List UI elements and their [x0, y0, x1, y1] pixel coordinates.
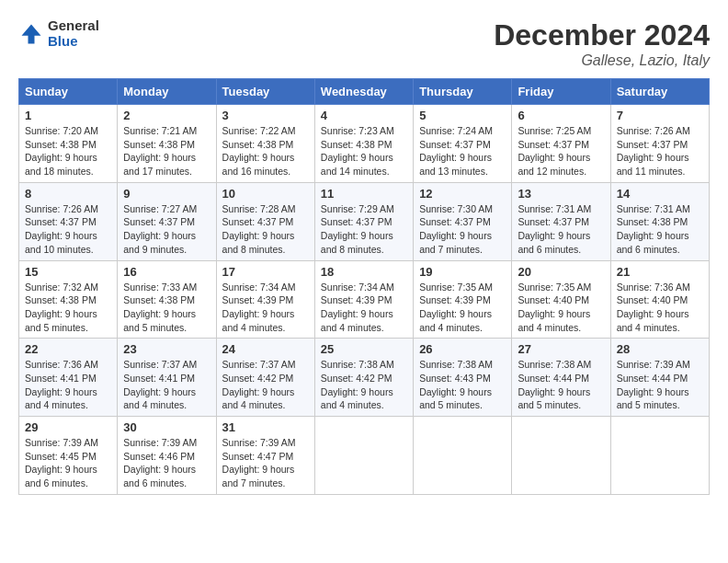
day-info: Sunrise: 7:30 AMSunset: 4:37 PMDaylight:…	[419, 202, 506, 257]
day-number: 20	[518, 265, 604, 279]
day-number: 7	[617, 109, 703, 122]
calendar-cell: 16Sunrise: 7:33 AMSunset: 4:38 PMDayligh…	[118, 260, 216, 339]
title-area: December 2024 Gallese, Lazio, Italy	[494, 18, 710, 69]
day-info: Sunrise: 7:33 AMSunset: 4:38 PMDaylight:…	[123, 281, 210, 335]
day-info: Sunrise: 7:34 AMSunset: 4:39 PMDaylight:…	[321, 281, 407, 335]
weekday-header-cell: Wednesday	[314, 79, 413, 105]
day-number: 5	[419, 109, 506, 122]
day-number: 6	[518, 109, 604, 122]
calendar-week-row: 29Sunrise: 7:39 AMSunset: 4:45 PMDayligh…	[19, 417, 710, 495]
day-info: Sunrise: 7:38 AMSunset: 4:42 PMDaylight:…	[321, 358, 407, 412]
day-info: Sunrise: 7:36 AMSunset: 4:40 PMDaylight:…	[617, 281, 703, 335]
calendar-cell: 23Sunrise: 7:37 AMSunset: 4:41 PMDayligh…	[118, 339, 216, 417]
day-number: 21	[617, 265, 703, 279]
calendar-cell: 11Sunrise: 7:29 AMSunset: 4:37 PMDayligh…	[314, 182, 413, 260]
calendar-cell: 31Sunrise: 7:39 AMSunset: 4:47 PMDayligh…	[216, 417, 314, 495]
svg-marker-1	[22, 24, 41, 43]
calendar-cell	[512, 417, 610, 495]
day-number: 12	[419, 187, 506, 201]
weekday-header-cell: Friday	[512, 79, 610, 105]
day-number: 4	[321, 109, 407, 122]
day-info: Sunrise: 7:37 AMSunset: 4:42 PMDaylight:…	[222, 358, 309, 412]
weekday-header-cell: Sunday	[19, 79, 118, 105]
day-info: Sunrise: 7:35 AMSunset: 4:39 PMDaylight:…	[419, 281, 506, 335]
day-info: Sunrise: 7:39 AMSunset: 4:47 PMDaylight:…	[222, 436, 309, 490]
month-title: December 2024	[494, 18, 710, 52]
day-info: Sunrise: 7:22 AMSunset: 4:38 PMDaylight:…	[222, 124, 309, 178]
calendar-cell: 24Sunrise: 7:37 AMSunset: 4:42 PMDayligh…	[216, 339, 314, 417]
calendar-body: 1Sunrise: 7:20 AMSunset: 4:38 PMDaylight…	[19, 105, 710, 495]
day-info: Sunrise: 7:21 AMSunset: 4:38 PMDaylight:…	[123, 124, 210, 178]
day-info: Sunrise: 7:32 AMSunset: 4:38 PMDaylight:…	[25, 281, 111, 335]
calendar-cell: 6Sunrise: 7:25 AMSunset: 4:37 PMDaylight…	[512, 105, 610, 183]
calendar-cell: 20Sunrise: 7:35 AMSunset: 4:40 PMDayligh…	[512, 260, 610, 339]
calendar-cell: 28Sunrise: 7:39 AMSunset: 4:44 PMDayligh…	[610, 339, 709, 417]
calendar-cell: 7Sunrise: 7:26 AMSunset: 4:37 PMDaylight…	[610, 105, 709, 183]
calendar-week-row: 8Sunrise: 7:26 AMSunset: 4:37 PMDaylight…	[19, 182, 710, 260]
logo-text-line2: Blue	[48, 34, 99, 50]
calendar-cell	[414, 417, 512, 495]
day-info: Sunrise: 7:38 AMSunset: 4:44 PMDaylight:…	[518, 358, 604, 412]
day-number: 27	[518, 342, 604, 356]
day-info: Sunrise: 7:38 AMSunset: 4:43 PMDaylight:…	[419, 358, 506, 412]
calendar-week-row: 15Sunrise: 7:32 AMSunset: 4:38 PMDayligh…	[19, 260, 710, 339]
day-number: 10	[222, 187, 309, 201]
day-number: 22	[25, 342, 111, 356]
calendar-cell: 22Sunrise: 7:36 AMSunset: 4:41 PMDayligh…	[19, 339, 118, 417]
calendar-cell	[314, 417, 413, 495]
day-number: 24	[222, 342, 309, 356]
day-number: 3	[222, 109, 309, 122]
day-number: 29	[25, 420, 111, 434]
calendar-cell: 8Sunrise: 7:26 AMSunset: 4:37 PMDaylight…	[19, 182, 118, 260]
calendar-cell: 3Sunrise: 7:22 AMSunset: 4:38 PMDaylight…	[216, 105, 314, 183]
calendar-cell: 26Sunrise: 7:38 AMSunset: 4:43 PMDayligh…	[414, 339, 512, 417]
calendar-week-row: 22Sunrise: 7:36 AMSunset: 4:41 PMDayligh…	[19, 339, 710, 417]
day-number: 30	[123, 420, 210, 434]
weekday-header-cell: Saturday	[610, 79, 709, 105]
day-info: Sunrise: 7:26 AMSunset: 4:37 PMDaylight:…	[617, 124, 703, 178]
calendar-cell: 9Sunrise: 7:27 AMSunset: 4:37 PMDaylight…	[118, 182, 216, 260]
day-info: Sunrise: 7:34 AMSunset: 4:39 PMDaylight:…	[222, 281, 309, 335]
calendar-table: SundayMondayTuesdayWednesdayThursdayFrid…	[18, 78, 710, 495]
day-number: 2	[123, 109, 210, 122]
logo: General Blue	[18, 18, 99, 49]
weekday-header-cell: Tuesday	[216, 79, 314, 105]
calendar-cell: 15Sunrise: 7:32 AMSunset: 4:38 PMDayligh…	[19, 260, 118, 339]
calendar-cell: 29Sunrise: 7:39 AMSunset: 4:45 PMDayligh…	[19, 417, 118, 495]
day-info: Sunrise: 7:20 AMSunset: 4:38 PMDaylight:…	[25, 124, 111, 178]
day-info: Sunrise: 7:24 AMSunset: 4:37 PMDaylight:…	[419, 124, 506, 178]
day-info: Sunrise: 7:31 AMSunset: 4:38 PMDaylight:…	[617, 202, 703, 257]
calendar-cell: 5Sunrise: 7:24 AMSunset: 4:37 PMDaylight…	[414, 105, 512, 183]
day-info: Sunrise: 7:23 AMSunset: 4:38 PMDaylight:…	[321, 124, 407, 178]
calendar-cell: 10Sunrise: 7:28 AMSunset: 4:37 PMDayligh…	[216, 182, 314, 260]
weekday-header-cell: Thursday	[414, 79, 512, 105]
day-number: 18	[321, 265, 407, 279]
calendar-cell: 1Sunrise: 7:20 AMSunset: 4:38 PMDaylight…	[19, 105, 118, 183]
day-number: 11	[321, 187, 407, 201]
day-number: 31	[222, 420, 309, 434]
day-info: Sunrise: 7:36 AMSunset: 4:41 PMDaylight:…	[25, 358, 111, 412]
logo-text-line1: General	[48, 18, 99, 34]
day-info: Sunrise: 7:31 AMSunset: 4:37 PMDaylight:…	[518, 202, 604, 257]
calendar-cell: 14Sunrise: 7:31 AMSunset: 4:38 PMDayligh…	[610, 182, 709, 260]
weekday-header-cell: Monday	[118, 79, 216, 105]
day-number: 16	[123, 265, 210, 279]
day-info: Sunrise: 7:28 AMSunset: 4:37 PMDaylight:…	[222, 202, 309, 257]
calendar-cell: 19Sunrise: 7:35 AMSunset: 4:39 PMDayligh…	[414, 260, 512, 339]
calendar-cell: 27Sunrise: 7:38 AMSunset: 4:44 PMDayligh…	[512, 339, 610, 417]
calendar-week-row: 1Sunrise: 7:20 AMSunset: 4:38 PMDaylight…	[19, 105, 710, 183]
calendar-cell: 30Sunrise: 7:39 AMSunset: 4:46 PMDayligh…	[118, 417, 216, 495]
day-number: 17	[222, 265, 309, 279]
day-number: 13	[518, 187, 604, 201]
calendar-cell: 2Sunrise: 7:21 AMSunset: 4:38 PMDaylight…	[118, 105, 216, 183]
day-number: 23	[123, 342, 210, 356]
weekday-header-row: SundayMondayTuesdayWednesdayThursdayFrid…	[19, 79, 710, 105]
calendar-cell: 21Sunrise: 7:36 AMSunset: 4:40 PMDayligh…	[610, 260, 709, 339]
page-header: General Blue December 2024 Gallese, Lazi…	[18, 18, 710, 69]
calendar-cell	[610, 417, 709, 495]
day-info: Sunrise: 7:26 AMSunset: 4:37 PMDaylight:…	[25, 202, 111, 257]
calendar-cell: 12Sunrise: 7:30 AMSunset: 4:37 PMDayligh…	[414, 182, 512, 260]
day-info: Sunrise: 7:39 AMSunset: 4:44 PMDaylight:…	[617, 358, 703, 412]
calendar-cell: 4Sunrise: 7:23 AMSunset: 4:38 PMDaylight…	[314, 105, 413, 183]
day-info: Sunrise: 7:39 AMSunset: 4:46 PMDaylight:…	[123, 436, 210, 490]
